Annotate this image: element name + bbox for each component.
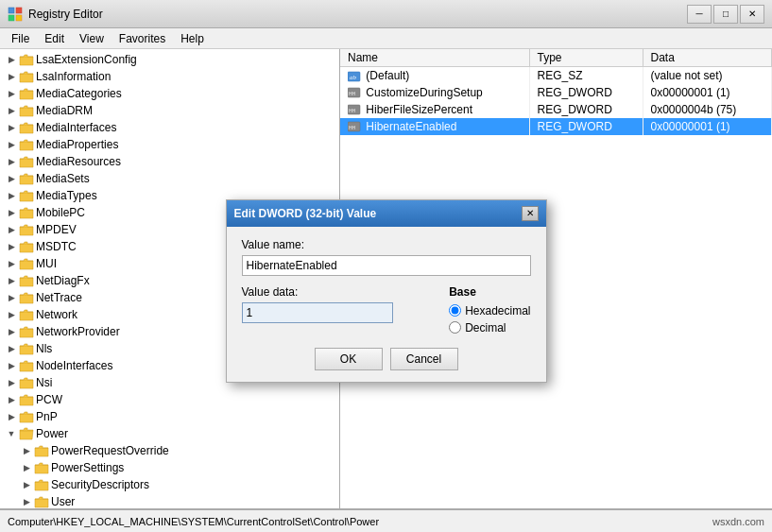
value-name-input[interactable] — [242, 255, 531, 276]
dialog-title-text: Edit DWORD (32-bit) Value — [234, 207, 377, 220]
edit-dword-dialog: Edit DWORD (32-bit) Value ✕ Value name: … — [226, 199, 547, 383]
svg-rect-3 — [16, 15, 22, 21]
cancel-button[interactable]: Cancel — [390, 348, 458, 370]
dialog-close-button[interactable]: ✕ — [522, 206, 539, 221]
ok-button[interactable]: OK — [315, 348, 383, 370]
menu-help[interactable]: Help — [173, 30, 212, 47]
menu-file[interactable]: File — [4, 30, 37, 47]
title-bar-controls: ─ □ ✕ — [687, 5, 764, 24]
dialog-buttons: OK Cancel — [242, 348, 531, 370]
radio-dec-text: Decimal — [465, 321, 506, 335]
maximize-button[interactable]: □ — [713, 5, 738, 24]
app-icon — [8, 7, 23, 22]
value-name-label: Value name: — [242, 238, 531, 251]
minimize-button[interactable]: ─ — [687, 5, 712, 24]
base-group: Base Hexadecimal Decimal — [449, 285, 530, 335]
dialog-data-row: Value data: Base Hexadecimal Decimal — [242, 285, 531, 335]
radio-hexadecimal[interactable] — [449, 304, 461, 317]
modal-overlay: Edit DWORD (32-bit) Value ✕ Value name: … — [0, 49, 772, 532]
dialog-title-bar: Edit DWORD (32-bit) Value ✕ — [227, 200, 546, 227]
menu-edit[interactable]: Edit — [37, 30, 72, 47]
base-label: Base — [449, 285, 530, 299]
value-data-section: Value data: — [242, 285, 431, 335]
close-button[interactable]: ✕ — [740, 5, 764, 24]
radio-decimal-label[interactable]: Decimal — [449, 321, 530, 335]
title-bar-title: Registry Editor — [28, 8, 687, 21]
radio-hexadecimal-label[interactable]: Hexadecimal — [449, 304, 530, 317]
dialog-body: Value name: Value data: Base Hexadecimal… — [227, 227, 546, 382]
menu-bar: File Edit View Favorites Help — [0, 28, 772, 49]
radio-hex-text: Hexadecimal — [465, 304, 530, 317]
svg-rect-1 — [16, 8, 22, 13]
menu-favorites[interactable]: Favorites — [112, 30, 173, 47]
svg-rect-0 — [9, 8, 14, 13]
svg-rect-2 — [9, 15, 14, 21]
value-data-input[interactable] — [242, 302, 393, 323]
value-data-label: Value data: — [242, 285, 431, 299]
menu-view[interactable]: View — [72, 30, 112, 47]
radio-decimal[interactable] — [449, 321, 461, 334]
title-bar: Registry Editor ─ □ ✕ — [0, 0, 772, 28]
